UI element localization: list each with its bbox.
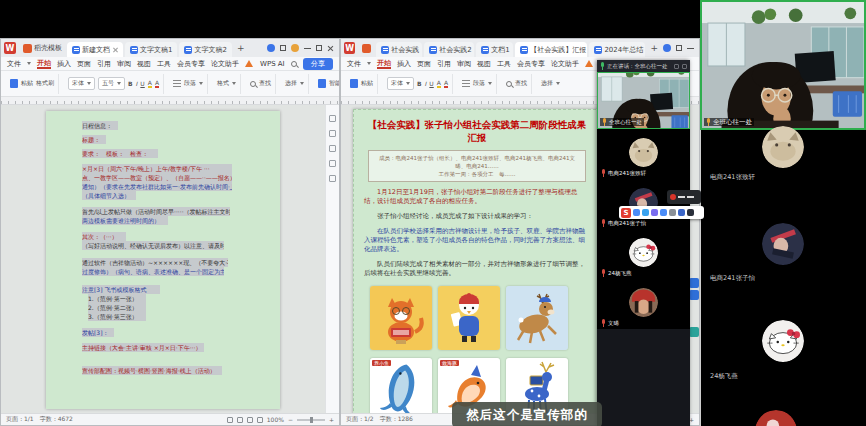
maximize-icon[interactable] (316, 45, 322, 51)
bold-button[interactable]: B (417, 80, 422, 87)
toolbox-icon[interactable] (687, 209, 694, 216)
avatar[interactable] (762, 126, 804, 168)
new-tab-button[interactable]: + (647, 43, 661, 53)
italic-button[interactable]: I (425, 80, 427, 87)
close-icon[interactable] (327, 45, 334, 52)
sogou-logo[interactable]: S (621, 208, 631, 218)
menu-review[interactable]: 审阅 (117, 59, 131, 69)
menu-file[interactable]: 文件 (347, 59, 361, 69)
zoom-in-button[interactable]: + (329, 416, 334, 423)
mascot-fox-reading-image[interactable] (370, 286, 432, 350)
menu-wps-ai[interactable]: WPS AI (260, 60, 285, 68)
plugin-icon[interactable] (689, 290, 699, 300)
web-layout-icon[interactable] (247, 417, 253, 423)
highlight-color-button[interactable]: A (437, 79, 441, 88)
select-button[interactable]: 选择 (285, 79, 297, 88)
layout-icon[interactable] (676, 45, 682, 51)
video-tile-participant[interactable]: 电商241张子怡 (597, 179, 690, 229)
paste-icon[interactable] (10, 79, 18, 88)
paste-icon[interactable] (350, 79, 358, 88)
menu-review[interactable]: 审阅 (457, 59, 471, 69)
fullscreen-icon[interactable] (257, 417, 263, 423)
mic-icon[interactable] (642, 209, 649, 216)
font-size-select[interactable]: 五号 (98, 77, 125, 90)
copilot-icon[interactable] (663, 44, 671, 52)
menu-paper-helper[interactable]: 论文助手 (551, 59, 579, 69)
underline-button[interactable]: U (140, 80, 144, 87)
mascot-bird-red-cap-image[interactable] (438, 286, 500, 350)
plugin-icon[interactable] (689, 278, 699, 288)
horizontal-ruler[interactable] (1, 97, 339, 105)
tab-document-3[interactable]: 文字文稿2 (179, 42, 231, 57)
font-family-select[interactable]: 宋体 (68, 77, 95, 90)
tab-document-1[interactable]: 新建文档 (67, 42, 123, 57)
bold-button[interactable]: B (128, 80, 133, 87)
find-button[interactable]: 查找 (515, 79, 527, 88)
font-color-button[interactable]: A (155, 79, 159, 88)
share-button[interactable]: 分享 (303, 58, 333, 70)
zoom-out-button[interactable]: − (288, 416, 293, 423)
menu-insert[interactable]: 插入 (57, 59, 71, 69)
menu-member[interactable]: 会员专享 (177, 59, 205, 69)
word-count[interactable]: 字数：1286 (380, 415, 413, 424)
video-tile-participant[interactable]: 24杨飞燕 (597, 229, 690, 279)
minimize-icon[interactable] (304, 48, 311, 49)
paste-label[interactable]: 粘贴 (361, 79, 373, 88)
tab-document-2[interactable]: 文字文稿1 (125, 42, 177, 57)
layout-icon[interactable] (280, 45, 286, 51)
paragraph-button[interactable]: 段落 (184, 79, 196, 88)
tab-doc-1[interactable]: 社会实践 (376, 42, 422, 57)
menu-file[interactable]: 文件 (7, 59, 21, 69)
wps-logo[interactable]: W (4, 42, 16, 54)
zoom-level[interactable]: 100% (267, 416, 284, 423)
underline-button[interactable]: U (429, 80, 433, 87)
menu-paper-helper[interactable]: 论文助手 (211, 59, 239, 69)
menu-home[interactable]: 开始 (37, 58, 51, 69)
paragraph-button[interactable]: 段落 (473, 79, 485, 88)
docer-entry[interactable]: 稻壳模板 (20, 42, 65, 54)
properties-icon[interactable] (329, 115, 336, 122)
help-icon[interactable] (329, 160, 336, 167)
comment-icon[interactable] (329, 130, 336, 137)
menu-view[interactable]: 视图 (477, 59, 491, 69)
tab-doc-5[interactable]: 2024年总结 (589, 42, 645, 57)
mascot-blue-whale-image[interactable]: 养小鱼 (370, 358, 432, 413)
menu-tools[interactable]: 工具 (497, 59, 511, 69)
paste-label[interactable]: 粘贴 (21, 79, 33, 88)
minimize-icon[interactable] (687, 48, 694, 49)
video-tile-participant[interactable]: 文晞 (597, 279, 690, 329)
wps-logo[interactable]: W (344, 42, 355, 54)
menu-insert[interactable]: 插入 (397, 59, 411, 69)
collapse-icon[interactable] (674, 64, 679, 69)
zoom-slider[interactable] (297, 419, 325, 421)
copilot-icon[interactable] (267, 44, 275, 52)
docer-entry[interactable] (359, 43, 374, 54)
format-painter-label[interactable]: 格式刷 (36, 79, 54, 88)
menu-tools[interactable]: 工具 (157, 59, 171, 69)
left-doc-page[interactable]: 日程信息： 标题： 要求： 模板： 检查： ×月×日（周六·下午/晚上）上午/教… (46, 111, 280, 409)
print-layout-icon[interactable] (227, 417, 233, 423)
menu-page[interactable]: 页面 (417, 59, 431, 69)
menu-reference[interactable]: 引用 (97, 59, 111, 69)
emoji-icon[interactable] (651, 209, 658, 216)
search-icon[interactable] (291, 61, 297, 67)
member-icon[interactable] (291, 44, 299, 52)
outline-view-icon[interactable] (237, 417, 243, 423)
navigation-icon[interactable] (329, 145, 336, 152)
highlight-color-button[interactable]: A (148, 79, 152, 88)
avatar[interactable] (762, 320, 804, 362)
menu-view[interactable]: 视图 (137, 59, 151, 69)
menu-member[interactable]: 会员专享 (517, 59, 545, 69)
tab-doc-3[interactable]: 文档1 (476, 42, 513, 57)
italic-button[interactable]: I (136, 80, 138, 87)
expand-icon[interactable] (682, 64, 687, 69)
find-button[interactable]: 查找 (259, 79, 271, 88)
avatar[interactable] (762, 223, 804, 265)
video-tile-speaker[interactable]: 全班心往一处 (597, 72, 690, 129)
cloud-icon[interactable] (678, 209, 685, 216)
menu-home[interactable]: 开始 (377, 58, 391, 69)
plugin-icon[interactable] (689, 327, 699, 337)
left-doc-canvas[interactable]: 日程信息： 标题： 要求： 模板： 检查： ×月×日（周六·下午/晚上）上午/教… (1, 105, 325, 413)
tab-doc-2[interactable]: 社会实践2 (424, 42, 474, 57)
mid-doc-page[interactable]: 【社会实践】张子怡小组社会实践第二周阶段性成果汇报 成员：电商241张子怡（组长… (353, 109, 601, 413)
